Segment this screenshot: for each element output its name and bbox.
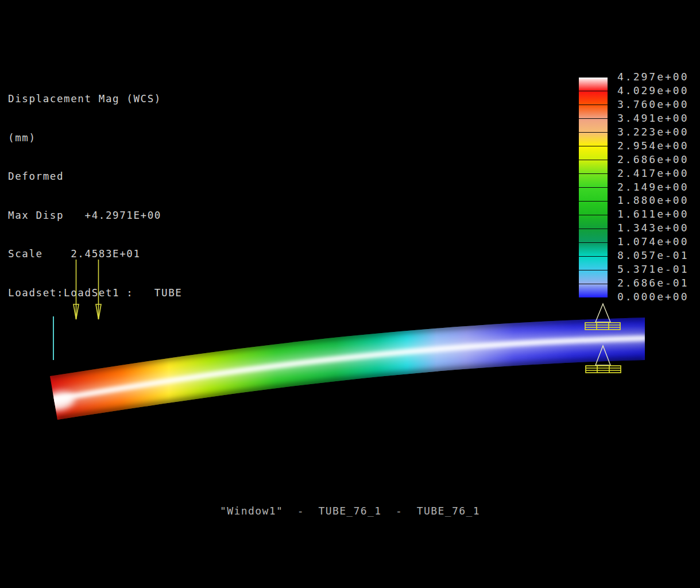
- tube-model: [42, 316, 646, 421]
- load-arrow-icon: [74, 260, 79, 319]
- load-arrow-icon: [96, 260, 101, 319]
- model-canvas[interactable]: [0, 0, 700, 588]
- load-arrows: [74, 260, 101, 319]
- mechanica-viewport[interactable]: Displacement Mag (WCS) (mm) Deformed Max…: [0, 0, 700, 588]
- tube-fringe-surface: [50, 318, 645, 420]
- viewport-title: "Window1" - TUBE_76_1 - TUBE_76_1: [0, 505, 700, 517]
